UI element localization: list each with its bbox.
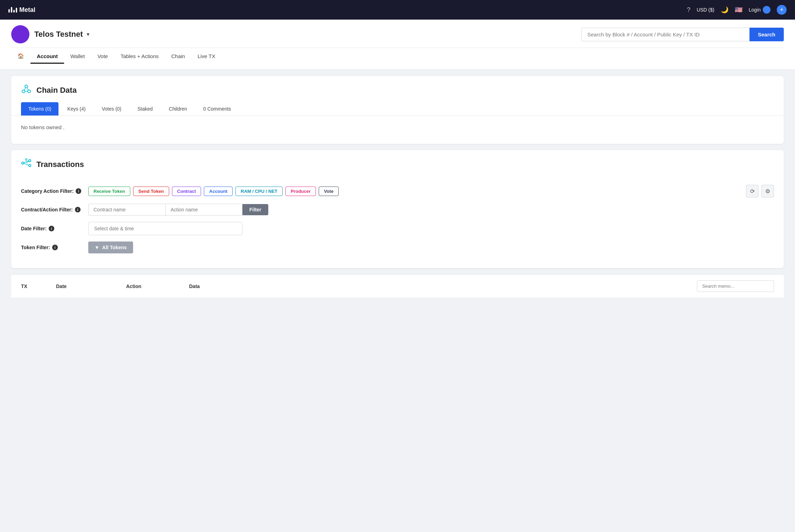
- filter-tag-vote[interactable]: Vote: [319, 187, 339, 196]
- transactions-header: Transactions: [11, 150, 784, 176]
- login-button[interactable]: Login: [749, 6, 770, 14]
- svg-point-2: [28, 90, 30, 93]
- contract-info-icon[interactable]: i: [75, 207, 81, 212]
- svg-point-9: [26, 159, 27, 161]
- tab-chain[interactable]: Chain: [165, 50, 191, 64]
- add-button[interactable]: +: [777, 5, 787, 15]
- filter-tag-producer[interactable]: Producer: [285, 187, 316, 196]
- date-input[interactable]: [88, 222, 242, 235]
- dark-mode-icon[interactable]: 🌙: [721, 6, 728, 14]
- col-header-date: Date: [56, 284, 126, 289]
- topnav-right-area: ? USD ($) 🌙 🇺🇸 Login +: [687, 5, 787, 15]
- category-filter-label: Category Action Filter: i: [21, 188, 84, 194]
- contract-filter-row: Contract/Action Filter: i Filter: [21, 204, 774, 216]
- svg-line-3: [24, 88, 26, 90]
- contract-filter-label: Contract/Action Filter: i: [21, 207, 84, 212]
- col-header-data: Data: [189, 284, 697, 289]
- main-nav-tabs: 🏠 Account Wallet Vote Tables + Actions C…: [11, 48, 784, 64]
- filter-tag-ram-cpu-net[interactable]: RAM / CPU / NET: [235, 187, 283, 196]
- search-input[interactable]: [581, 28, 749, 41]
- tab-account[interactable]: Account: [30, 50, 64, 64]
- tab-wallet[interactable]: Wallet: [64, 50, 91, 64]
- header-top: Telos Testnet ▼ Search: [11, 25, 784, 43]
- brand-area: Telos Testnet ▼: [11, 25, 90, 43]
- token-filter-button[interactable]: ▼ All Tokens: [88, 241, 133, 253]
- chain-data-title: Chain Data: [36, 86, 77, 95]
- date-info-icon[interactable]: i: [49, 226, 54, 231]
- chain-data-icon: [21, 84, 32, 97]
- category-info-icon[interactable]: i: [76, 188, 81, 194]
- chain-data-header: Chain Data: [11, 76, 784, 102]
- user-avatar-icon: [763, 6, 770, 14]
- chain-tab-votes[interactable]: Votes (0): [94, 102, 129, 115]
- transactions-icon: [21, 158, 32, 171]
- col-header-action: Action: [126, 284, 189, 289]
- logo-text: Metal: [19, 6, 35, 14]
- brand-avatar: [11, 25, 29, 43]
- chain-tab-children[interactable]: Children: [161, 102, 194, 115]
- svg-point-8: [29, 164, 31, 167]
- flag-icon: 🇺🇸: [735, 6, 742, 14]
- transactions-title: Transactions: [36, 160, 84, 169]
- date-filter-row: Date Filter: i: [21, 222, 774, 235]
- svg-line-4: [27, 88, 28, 90]
- action-name-input[interactable]: [165, 204, 242, 216]
- table-header-row: TX Date Action Data: [11, 274, 784, 298]
- chain-tab-comments[interactable]: 0 Comments: [196, 102, 238, 115]
- filter-tag-send-token[interactable]: Send Token: [133, 187, 169, 196]
- filter-actions: ⟳ ⚙: [746, 185, 774, 197]
- tab-home[interactable]: 🏠: [11, 49, 30, 64]
- contract-filter-button[interactable]: Filter: [242, 204, 268, 215]
- tab-vote[interactable]: Vote: [91, 50, 114, 64]
- settings-button[interactable]: ⚙: [761, 185, 774, 197]
- currency-selector[interactable]: USD ($): [697, 7, 714, 13]
- filter-tag-receive-token[interactable]: Receive Token: [88, 187, 130, 196]
- chain-tab-staked[interactable]: Staked: [130, 102, 160, 115]
- chain-data-tabs: Tokens (0) Keys (4) Votes (0) Staked Chi…: [11, 102, 784, 116]
- date-filter-label: Date Filter: i: [21, 226, 84, 231]
- category-filter-tags: Receive Token Send Token Contract Accoun…: [88, 187, 742, 196]
- svg-line-11: [24, 163, 29, 165]
- contract-name-input[interactable]: [88, 204, 165, 216]
- logo-area: Metal: [8, 6, 35, 14]
- tab-live-tx[interactable]: Live TX: [191, 50, 222, 64]
- transactions-filters: Category Action Filter: i Receive Token …: [11, 176, 784, 268]
- filter-tag-contract[interactable]: Contract: [172, 187, 201, 196]
- transactions-section: Transactions Category Action Filter: i R…: [11, 150, 784, 268]
- brand-name: Telos Testnet ▼: [34, 30, 90, 39]
- category-filter-row: Category Action Filter: i Receive Token …: [21, 185, 774, 197]
- login-label: Login: [749, 7, 761, 13]
- logo-bars: [8, 7, 17, 13]
- chain-data-section: Chain Data Tokens (0) Keys (4) Votes (0)…: [11, 76, 784, 144]
- token-filter-label: Token Filter: i: [21, 245, 84, 250]
- brand-chevron-icon[interactable]: ▼: [86, 31, 91, 37]
- refresh-button[interactable]: ⟳: [746, 185, 759, 197]
- chain-tab-tokens[interactable]: Tokens (0): [21, 102, 58, 115]
- col-header-tx: TX: [21, 284, 56, 289]
- app-logo: Metal: [8, 6, 35, 14]
- contract-action-filter: Filter: [88, 204, 268, 216]
- search-button[interactable]: Search: [749, 28, 784, 41]
- help-icon[interactable]: ?: [687, 6, 690, 14]
- search-memo-input[interactable]: [697, 280, 774, 292]
- funnel-icon: ▼: [95, 245, 99, 250]
- chain-tab-keys[interactable]: Keys (4): [60, 102, 93, 115]
- token-info-icon[interactable]: i: [52, 245, 58, 250]
- home-icon: 🏠: [18, 53, 24, 59]
- token-filter-row: Token Filter: i ▼ All Tokens: [21, 241, 774, 253]
- svg-point-6: [22, 162, 24, 164]
- filter-tag-account[interactable]: Account: [204, 187, 233, 196]
- top-navigation: Metal ? USD ($) 🌙 🇺🇸 Login +: [0, 0, 795, 20]
- svg-point-7: [29, 160, 31, 162]
- chain-data-content: No tokens owned .: [11, 116, 784, 144]
- search-area: Search: [581, 28, 784, 41]
- tab-tables-actions[interactable]: Tables + Actions: [114, 50, 165, 64]
- svg-point-0: [25, 85, 28, 88]
- no-tokens-message: No tokens owned .: [21, 124, 64, 130]
- header-bar: Telos Testnet ▼ Search 🏠 Account Wallet …: [0, 20, 795, 70]
- svg-point-1: [22, 90, 25, 93]
